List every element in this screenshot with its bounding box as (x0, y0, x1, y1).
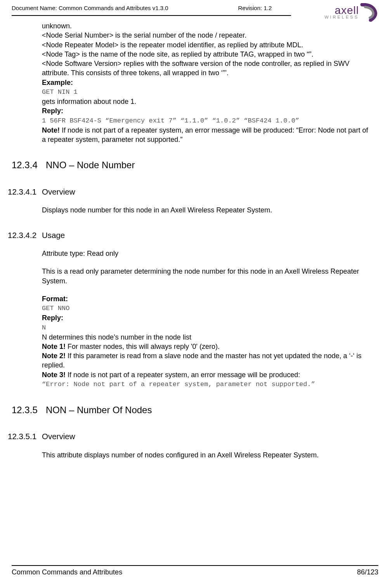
note1-para: Note 1! For master nodes, this will alwa… (42, 342, 373, 351)
logo-text-main: axell (335, 5, 359, 15)
revision: Revision: 1.2 (238, 5, 272, 11)
footer-left: Common Commands and Attributes (12, 568, 122, 576)
section-title: NON – Number Of Nodes (46, 404, 152, 416)
subsection-number: 12.3.5.1 (8, 431, 42, 442)
note-label: Note! (42, 126, 60, 134)
text-unknown: unknown. (42, 21, 373, 31)
page-header: Document Name: Common Commands and Attri… (12, 0, 378, 11)
subsection-12-3-4-2: 12.3.4.2 Usage (8, 230, 373, 241)
page-content: unknown. <Node Serial Number> is the ser… (12, 16, 378, 460)
subsection-title: Overview (42, 186, 75, 197)
note1-text: For master nodes, this will always reply… (66, 343, 220, 350)
text-nrm: <Node Repeater Model> is the repeater mo… (42, 40, 373, 50)
note2-label: Note 2! (42, 352, 66, 360)
page-footer: Common Commands and Attributes 86/123 (12, 565, 378, 576)
note-text: If node is not part of a repeater system… (42, 126, 368, 143)
n-desc: N determines this node’s number in the n… (42, 333, 373, 342)
subsection-title: Usage (42, 230, 65, 241)
usage-desc: This is a read only parameter determinin… (42, 267, 373, 286)
note2-text: If this parameter is read from a slave n… (42, 352, 361, 369)
subsection-number: 12.3.4.2 (8, 230, 42, 241)
section-12-3-5: 12.3.5 NON – Number Of Nodes (12, 404, 373, 416)
doc-name: Document Name: Common Commands and Attri… (12, 5, 168, 11)
reply-code: 1 56FR BSF424-S “Emergency exit 7” “1.1.… (42, 117, 373, 126)
logo-swirl-icon (360, 3, 378, 22)
note3-text: If node is not part of a repeater system… (66, 371, 300, 379)
text-nsv: <Node Software Version> replies with the… (42, 59, 373, 78)
note2-para: Note 2! If this parameter is read from a… (42, 351, 373, 370)
section-title: NNO – Node Number (46, 159, 135, 171)
note3-label: Note 3! (42, 371, 66, 379)
overview-body: Displays node number for this node in an… (42, 205, 373, 215)
section-number: 12.3.4 (12, 159, 46, 171)
example-code: GET NIN 1 (42, 88, 373, 97)
error-code: “Error: Node not part of a repeater syst… (42, 380, 373, 389)
note1-label: Note 1! (42, 343, 66, 350)
reply-label: Reply: (42, 106, 373, 116)
reply2-label: Reply: (42, 313, 373, 322)
logo: axell WIRELESS (324, 3, 378, 22)
section-number: 12.3.5 (12, 404, 46, 416)
note3-para: Note 3! If node is not part of a repeate… (42, 370, 373, 379)
example-label: Example: (42, 78, 373, 87)
overview-body-2: This attribute displays number of nodes … (42, 450, 373, 460)
footer-right: 86/123 (357, 568, 378, 576)
format-label: Format: (42, 294, 373, 303)
subsection-number: 12.3.4.1 (8, 186, 42, 197)
footer-rule (12, 565, 378, 566)
logo-text-sub: WIRELESS (324, 15, 359, 19)
text-ntag: <Node Tag> is the name of the node site,… (42, 50, 373, 59)
subsection-title: Overview (42, 431, 75, 442)
subsection-12-3-4-1: 12.3.4.1 Overview (8, 186, 373, 197)
text-nsn: <Node Serial Number> is the serial numbe… (42, 31, 373, 40)
format-code: GET NNO (42, 304, 373, 313)
example-desc: gets information about node 1. (42, 97, 373, 106)
section-12-3-4: 12.3.4 NNO – Node Number (12, 159, 373, 171)
reply2-code: N (42, 324, 373, 333)
usage-attr: Attribute type: Read only (42, 249, 373, 258)
note-para: Note! If node is not part of a repeater … (42, 126, 373, 145)
subsection-12-3-5-1: 12.3.5.1 Overview (8, 431, 373, 442)
